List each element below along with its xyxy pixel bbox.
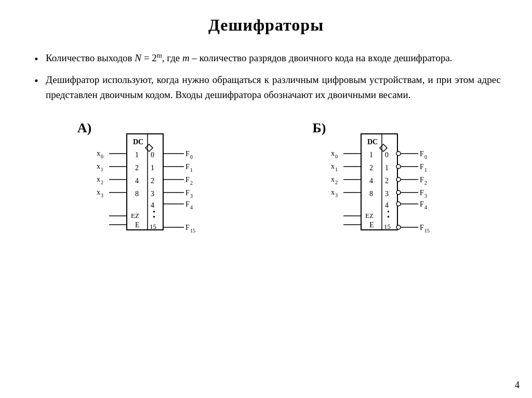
svg-text:3: 3 [424, 193, 427, 199]
svg-text:3: 3 [190, 193, 193, 199]
svg-text:•: • [387, 213, 390, 221]
svg-text:2: 2 [385, 177, 389, 185]
svg-text:x: x [331, 149, 335, 157]
svg-text:2: 2 [424, 180, 427, 186]
diagram-b-label: Б) [312, 120, 326, 136]
svg-text:DC: DC [133, 138, 143, 146]
svg-point-82 [396, 152, 401, 156]
svg-text:F: F [420, 189, 424, 197]
svg-text:0: 0 [424, 154, 427, 160]
svg-marker-16 [145, 144, 153, 152]
svg-marker-66 [380, 144, 387, 152]
svg-point-98 [396, 202, 401, 206]
svg-text:2: 2 [101, 180, 103, 185]
svg-text:2: 2 [135, 164, 139, 172]
svg-text:0: 0 [151, 151, 154, 159]
svg-text:2: 2 [335, 180, 338, 185]
page: Дешифраторы Количество выходов N = 2m, г… [0, 0, 532, 398]
page-title: Дешифраторы [31, 16, 501, 35]
svg-text:F: F [420, 176, 424, 184]
svg-text:F: F [420, 200, 424, 208]
diagram-a-label: А) [77, 120, 91, 136]
svg-text:0: 0 [101, 154, 103, 159]
svg-text:F: F [185, 224, 190, 231]
svg-text:0: 0 [385, 151, 389, 159]
svg-text:3: 3 [151, 190, 154, 198]
svg-text:x: x [97, 175, 100, 183]
svg-text:1: 1 [369, 151, 373, 159]
svg-text:1: 1 [335, 167, 338, 172]
svg-point-102 [396, 225, 401, 229]
svg-text:3: 3 [385, 190, 389, 198]
svg-text:E: E [135, 221, 140, 229]
svg-text:x: x [331, 188, 335, 196]
svg-text:F: F [420, 224, 424, 231]
svg-text:F: F [185, 163, 190, 171]
diagram-a-container: А) x 0 x 1 x 2 x 3 [77, 118, 220, 238]
diagram-a-svg: x 0 x 1 x 2 x 3 [96, 118, 220, 238]
svg-text:15: 15 [384, 223, 391, 230]
svg-text:DC: DC [367, 138, 378, 146]
svg-text:4: 4 [369, 177, 373, 185]
svg-point-90 [396, 177, 401, 182]
svg-text:EZ: EZ [131, 212, 139, 219]
diagram-b-container: Б) x 0 x 1 x 2 x 3 DC [312, 118, 455, 238]
svg-text:1: 1 [424, 167, 427, 173]
svg-text:0: 0 [335, 154, 338, 159]
svg-text:4: 4 [135, 177, 139, 185]
svg-text:x: x [97, 188, 100, 196]
svg-text:x: x [97, 149, 100, 157]
bullet-list: Количество выходов N = 2m, где m – колич… [31, 50, 501, 103]
svg-text:1: 1 [151, 164, 154, 172]
page-number: 4 [515, 380, 520, 391]
svg-text:4: 4 [424, 204, 427, 210]
svg-point-86 [396, 164, 401, 169]
svg-text:15: 15 [150, 223, 156, 230]
diagram-b-svg: x 0 x 1 x 2 x 3 DC [330, 118, 455, 238]
svg-text:3: 3 [101, 193, 103, 198]
svg-text:F: F [185, 189, 190, 197]
diagrams-row: А) x 0 x 1 x 2 x 3 [31, 118, 501, 238]
svg-text:F: F [185, 150, 190, 158]
bullet-item-2: Дешифратор используют, когда нужно обращ… [31, 72, 501, 103]
svg-text:2: 2 [151, 177, 154, 185]
svg-text:x: x [331, 175, 335, 183]
svg-text:2: 2 [190, 180, 193, 186]
svg-text:F: F [185, 176, 190, 184]
svg-text:8: 8 [369, 190, 373, 198]
svg-text:15: 15 [190, 228, 195, 234]
bullet-item-1: Количество выходов N = 2m, где m – колич… [31, 50, 501, 66]
svg-text:1: 1 [135, 151, 139, 159]
svg-text:•: • [153, 213, 155, 221]
svg-text:8: 8 [135, 190, 139, 198]
svg-text:x: x [331, 162, 335, 170]
svg-text:15: 15 [424, 228, 430, 234]
svg-text:2: 2 [369, 164, 373, 172]
svg-text:1: 1 [385, 164, 389, 172]
svg-text:0: 0 [190, 154, 193, 160]
svg-text:1: 1 [190, 167, 193, 173]
svg-text:F: F [420, 150, 424, 158]
svg-text:EZ: EZ [365, 212, 374, 219]
svg-text:x: x [97, 162, 100, 170]
svg-text:F: F [185, 200, 190, 208]
svg-point-94 [396, 190, 401, 195]
svg-text:4: 4 [190, 204, 193, 210]
svg-text:E: E [369, 221, 374, 229]
svg-text:1: 1 [101, 167, 103, 172]
svg-text:3: 3 [335, 193, 338, 198]
svg-text:F: F [420, 163, 424, 171]
